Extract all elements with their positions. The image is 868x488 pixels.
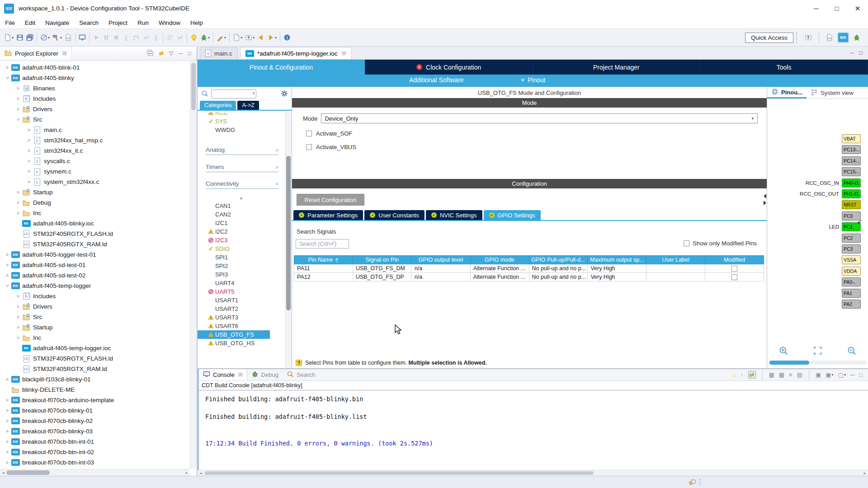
tree-item[interactable]: >cstm32f4xx_hal_msp.c [0, 135, 190, 145]
menu-file[interactable]: File [0, 19, 20, 26]
menu-search[interactable]: Search [74, 19, 104, 26]
resume-icon[interactable] [91, 32, 101, 43]
tree-item[interactable]: LDSTM32F405RGTX_FLASH.ld [0, 353, 190, 364]
pin-PC15[interactable]: PC15-.. [842, 167, 861, 176]
peripheral-rcc[interactable]: !RCC [198, 113, 285, 117]
save-all-icon[interactable] [25, 32, 35, 43]
tab-project-manager[interactable]: Project Manager [533, 60, 701, 75]
maximize-icon[interactable]: □ [859, 50, 863, 56]
tree-item[interactable]: >IDEadafruit-f405-sd-test-02 [0, 270, 190, 281]
pin-VDDA[interactable]: VDDA [842, 267, 861, 276]
modified-checkbox[interactable] [731, 274, 737, 280]
menu-project[interactable]: Project [104, 19, 132, 26]
tree-item[interactable]: >cstm32f4xx_it.c [0, 145, 190, 156]
column-header[interactable]: GPIO mode [470, 256, 529, 264]
tab-debug[interactable]: Debug [247, 369, 283, 380]
tab-nvic-settings[interactable]: ✓NVIC Settings [426, 210, 482, 220]
tree-item[interactable]: >IDEbreakout-f070cb-btn-int-02 [0, 447, 190, 457]
peripheral-usb_otg_hs[interactable]: !USB_OTG_HS [198, 339, 285, 347]
forward-icon[interactable]: ▾ [266, 32, 278, 43]
cpp-perspective-icon[interactable]: 010 [825, 32, 835, 43]
tree-item[interactable]: >IDEbreakout-f070cb-btn-int-01 [0, 436, 190, 447]
column-header[interactable]: GPIO output level [411, 256, 470, 264]
tab-console[interactable]: Console☒ [199, 369, 247, 380]
profile-icon[interactable]: ▾ [231, 32, 244, 43]
chevron-right-icon[interactable]: > [4, 439, 11, 444]
close-button[interactable]: ✕ [847, 0, 868, 17]
view-menu-icon[interactable]: ▽ [169, 50, 173, 56]
tree-item[interactable]: LDSTM32F405RGTX_RAM.ld [0, 364, 190, 374]
column-header[interactable]: Signal on Pin [353, 256, 411, 264]
peripheral-spi1[interactable]: SPI1 [198, 253, 285, 262]
save-icon[interactable] [15, 32, 25, 43]
link-editor-icon[interactable]: ⇄ [159, 50, 164, 56]
column-header[interactable]: Maximum output sp... [588, 256, 646, 264]
pinout-menu-button[interactable]: > Pinout [521, 76, 546, 84]
terminate-icon[interactable] [111, 32, 121, 43]
close-icon[interactable]: ☒ [342, 51, 346, 56]
chevron-right-icon[interactable]: > [14, 190, 22, 195]
peripheral-spi3[interactable]: SPI3 [198, 270, 285, 279]
lock-console-icon[interactable]: ▦ [779, 371, 784, 378]
mode-dropdown[interactable]: Device_Only ▾ [321, 113, 758, 123]
pin-PA0[interactable]: PA0-.. [842, 277, 861, 286]
reset-configuration-button[interactable]: Reset Configuration [297, 194, 364, 206]
tree-item[interactable]: >IDEbreakout-f070cb-btn-int-03 [0, 457, 190, 468]
peripheral-spi2[interactable]: SPI2 [198, 262, 285, 270]
editor-horizontal-scrollbar[interactable]: ◂ ▸ [198, 470, 868, 476]
pin-console-icon[interactable]: ▣ [816, 371, 821, 378]
tree-item[interactable]: >cmain.c [0, 125, 190, 135]
scroll-lock-icon[interactable]: ▦ [769, 371, 774, 378]
pin-PC13[interactable]: PC13-.. [842, 145, 861, 154]
tree-item[interactable]: >IDEadafruit-f405-logger-test-01 [0, 249, 190, 260]
chevron-right-icon[interactable]: > [25, 159, 33, 164]
chevron-right-icon[interactable]: > [14, 86, 22, 91]
additional-software-button[interactable]: Additional Software [409, 76, 464, 84]
tree-item[interactable]: LDSTM32F405RGTX_FLASH.ld [0, 229, 190, 239]
chevron-right-icon[interactable]: > [25, 148, 33, 153]
pin-PC3[interactable]: PC3 [842, 244, 861, 253]
pin-PC0[interactable]: PC0 [842, 211, 861, 221]
tree-item[interactable]: >csyscalls.c [0, 156, 190, 166]
chevron-right-icon[interactable]: > [4, 398, 11, 403]
zoom-out-icon[interactable] [847, 346, 856, 357]
tab-system-view[interactable]: System view [807, 87, 858, 99]
wrap-lines-icon[interactable]: ≡ [789, 371, 793, 378]
peripheral-can2[interactable]: CAN2 [198, 210, 285, 219]
explorer-horizontal-scrollbar[interactable]: ◂ ▸ [0, 469, 190, 476]
section-timers[interactable]: Timers> [206, 162, 278, 172]
minimize-button[interactable]: ─ [806, 0, 826, 17]
collapse-all-icon[interactable] [146, 49, 154, 58]
signals-search-input[interactable]: Search (Crtl+F) [296, 239, 349, 249]
peripheral-sys[interactable]: ✓SYS [198, 117, 285, 126]
category-vertical-scrollbar[interactable] [285, 113, 292, 368]
peripheral-usb_otg_fs[interactable]: !USB_OTG_FS [198, 330, 270, 339]
build-icon[interactable]: ▾ [51, 32, 63, 43]
pin-PC14[interactable]: PC14-.. [842, 156, 861, 165]
display-selected-console-icon[interactable]: ▣▾ [826, 371, 833, 378]
column-header[interactable]: Pin Name [294, 256, 353, 264]
tree-item[interactable]: >Inc [0, 333, 190, 343]
chevron-right-icon[interactable]: > [14, 211, 22, 216]
open-console-icon[interactable]: ▢▾ [838, 371, 846, 378]
tree-item[interactable]: >IDEblackpill-f103c8-blinky-01 [0, 374, 190, 385]
modified-checkbox[interactable] [731, 266, 737, 272]
chevron-right-icon[interactable]: > [14, 335, 22, 340]
maximize-button[interactable]: □ [826, 0, 847, 17]
tree-item[interactable]: >IDEadafruit-f405-blinky [0, 73, 190, 83]
open-perspective-icon[interactable] [803, 32, 813, 43]
peripheral-wwdg[interactable]: WWDG [198, 126, 285, 134]
tree-item[interactable]: >10Binaries [0, 83, 190, 94]
close-icon[interactable]: ☒ [238, 372, 243, 378]
minimize-icon[interactable]: ─ [850, 50, 854, 56]
run-icon[interactable]: ▾ [215, 32, 227, 43]
chevron-down-icon[interactable]: > [5, 282, 10, 290]
tree-item[interactable]: MXadafruit-f405-temp-logger.ioc [0, 343, 190, 353]
menu-run[interactable]: Run [132, 19, 154, 26]
column-header[interactable]: Modified [705, 256, 764, 264]
tree-item[interactable]: >hIncludes [0, 94, 190, 104]
pin-NRST[interactable]: NRST [842, 200, 861, 209]
tree-item[interactable]: >IDEadafruit-f405-temp-logger [0, 281, 190, 291]
peripheral-uart5[interactable]: UART5 [198, 287, 285, 296]
debug-icon[interactable]: ▾ [199, 32, 211, 43]
